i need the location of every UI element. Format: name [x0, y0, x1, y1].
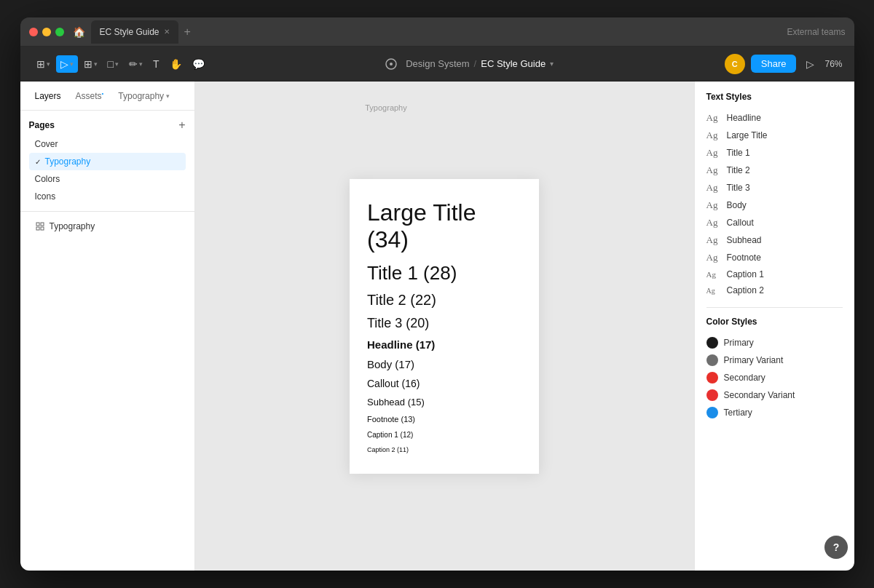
main-content: Layers Assets• Typography ▾ Pages + Cove… [20, 82, 854, 571]
right-panel: Text Styles Ag Headline Ag Large Title A… [694, 82, 854, 571]
canvas-large-title: Large Title (34) [367, 199, 521, 253]
layer-typography-label: Typography [50, 221, 95, 231]
text-tool-button[interactable]: T [149, 55, 164, 73]
color-style-primary[interactable]: Primary [706, 334, 843, 351]
canvas-title3: Title 3 (20) [367, 316, 521, 331]
svg-rect-2 [36, 223, 39, 226]
text-style-footnote-label: Footnote [727, 253, 761, 263]
page-typography-label: Typography [45, 156, 91, 167]
text-style-footnote[interactable]: Ag Footnote [706, 249, 843, 266]
comment-tool-button[interactable]: 💬 [188, 55, 209, 73]
frame-tool-button[interactable]: ⊞ ▾ [32, 55, 55, 73]
text-style-title1[interactable]: Ag Title 1 [706, 144, 843, 162]
text-style-large-title[interactable]: Ag Large Title [706, 127, 843, 144]
frame-icon: ⊞ [36, 58, 45, 70]
breadcrumb-parent[interactable]: Design System [406, 58, 469, 69]
color-style-secondary-variant[interactable]: Secondary Variant [706, 386, 843, 404]
canvas-body: Body (17) [367, 358, 521, 370]
maximize-traffic-light[interactable] [55, 28, 64, 36]
text-style-caption2[interactable]: Ag Caption 2 [706, 282, 843, 298]
present-button[interactable]: ▷ [802, 55, 819, 73]
minimize-traffic-light[interactable] [42, 28, 51, 36]
page-item-icons[interactable]: Icons [29, 188, 186, 205]
page-colors-label: Colors [35, 174, 60, 184]
frame-tool-chevron: ▾ [47, 60, 50, 68]
breadcrumb-separator: / [474, 58, 477, 69]
select-tool-button[interactable]: ▷ ▾ [56, 55, 78, 73]
text-style-large-title-label: Large Title [727, 130, 768, 140]
canvas-title2: Title 2 (22) [367, 292, 521, 309]
help-button[interactable]: ? [824, 536, 848, 559]
tab-assets[interactable]: Assets• [70, 87, 110, 104]
layer-item-typography[interactable]: Typography [29, 218, 186, 235]
canvas-footnote: Footnote (13) [367, 415, 521, 424]
pen-tool-button[interactable]: ✏ ▾ [125, 55, 147, 73]
canvas-headline: Headline (17) [367, 338, 521, 351]
secondary-color-dot [706, 372, 718, 384]
ag-caption2-icon: Ag [706, 287, 721, 295]
color-style-tertiary-label: Tertiary [724, 408, 752, 418]
hand-tool-button[interactable]: ✋ [165, 55, 186, 73]
color-style-tertiary[interactable]: Tertiary [706, 404, 843, 421]
page-item-cover[interactable]: Cover [29, 135, 186, 153]
text-style-headline[interactable]: Ag Headline [706, 109, 843, 127]
tab-typography[interactable]: Typography ▾ [112, 88, 176, 104]
primary-color-dot [706, 337, 718, 349]
text-style-subhead[interactable]: Ag Subhead [706, 231, 843, 249]
sidebar-tab-bar: Layers Assets• Typography ▾ [20, 82, 194, 111]
toolbar-center: Design System / EC Style Guide ▾ [215, 55, 722, 73]
text-style-callout[interactable]: Ag Callout [706, 214, 843, 231]
add-page-button[interactable]: + [178, 119, 185, 131]
toolbar-right: C Share ▷ 76% [725, 54, 843, 74]
shape-tool-chevron: ▾ [115, 60, 119, 68]
user-avatar: C [725, 54, 745, 74]
tab-close-icon[interactable]: ✕ [164, 28, 170, 36]
text-style-body-label: Body [727, 200, 747, 210]
zoom-control[interactable]: 76% [824, 59, 842, 69]
app-window: 🏠 EC Style Guide ✕ + External teams ⊞ ▾ … [20, 17, 854, 571]
pages-section: Pages + Cover ✓ Typography Colors Icons [20, 111, 194, 211]
pages-header: Pages + [29, 119, 186, 131]
text-icon: T [153, 58, 160, 70]
canvas-title1: Title 1 (28) [367, 262, 521, 285]
breadcrumb-dropdown-icon[interactable]: ▾ [550, 60, 554, 68]
new-tab-button[interactable]: + [178, 25, 197, 39]
color-style-secondary[interactable]: Secondary [706, 369, 843, 386]
page-item-colors[interactable]: Colors [29, 170, 186, 188]
select-tool-chevron: ▾ [70, 60, 74, 68]
close-traffic-light[interactable] [29, 28, 38, 36]
svg-point-1 [390, 63, 393, 65]
left-sidebar: Layers Assets• Typography ▾ Pages + Cove… [20, 82, 195, 571]
share-button[interactable]: Share [751, 55, 797, 73]
page-icons-label: Icons [35, 191, 56, 202]
ag-subhead-icon: Ag [706, 234, 721, 246]
text-style-title2[interactable]: Ag Title 2 [706, 162, 843, 179]
ag-callout-icon: Ag [706, 217, 721, 229]
ag-footnote-icon: Ag [706, 252, 721, 263]
layers-section: Typography [20, 211, 194, 241]
scale-tool-button[interactable]: ⊞ ▾ [79, 55, 102, 73]
breadcrumb-current[interactable]: EC Style Guide [481, 58, 546, 69]
text-style-caption1[interactable]: Ag Caption 1 [706, 266, 843, 282]
page-item-typography[interactable]: ✓ Typography [29, 153, 186, 170]
canvas-callout: Callout (16) [367, 378, 521, 389]
text-style-body[interactable]: Ag Body [706, 196, 843, 214]
tab-layers[interactable]: Layers [29, 88, 67, 104]
tab-ec-style-guide[interactable]: EC Style Guide ✕ [91, 20, 178, 44]
text-styles-title: Text Styles [706, 92, 843, 102]
layer-grid-icon [35, 221, 45, 231]
color-style-primary-variant[interactable]: Primary Variant [706, 351, 843, 369]
canvas-caption1: Caption 1 (12) [367, 431, 521, 439]
secondary-variant-color-dot [706, 389, 718, 401]
scale-tool-chevron: ▾ [94, 60, 98, 68]
text-style-headline-label: Headline [727, 113, 761, 123]
shape-tool-button[interactable]: □ ▾ [103, 55, 123, 73]
toolbar: ⊞ ▾ ▷ ▾ ⊞ ▾ □ ▾ ✏ ▾ T ✋ [20, 47, 854, 82]
titlebar: 🏠 EC Style Guide ✕ + External teams [20, 17, 854, 47]
canvas-subhead: Subhead (15) [367, 397, 521, 408]
canvas-area[interactable]: Typography Large Title (34) Title 1 (28)… [195, 82, 694, 571]
text-style-title3[interactable]: Ag Title 3 [706, 179, 843, 196]
color-style-secondary-variant-label: Secondary Variant [724, 390, 795, 400]
assets-dot: • [102, 90, 104, 97]
home-icon[interactable]: 🏠 [73, 26, 85, 38]
